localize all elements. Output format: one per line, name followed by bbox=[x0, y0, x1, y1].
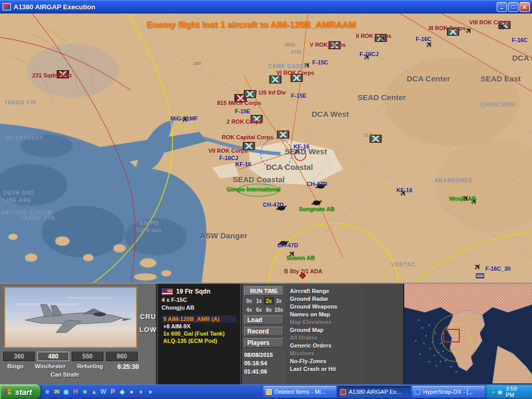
time-compression-2x[interactable]: 2x bbox=[264, 297, 274, 304]
weapon-item[interactable]: 1x 600_Gal (Fuel Tank) bbox=[162, 330, 236, 337]
task-button[interactable]: Deleted Items - Mi... bbox=[263, 386, 336, 397]
minimap[interactable] bbox=[403, 284, 532, 384]
map-label-unit[interactable]: VI ROK Corps bbox=[276, 70, 314, 76]
task-button[interactable]: A1380 AIRGAP Ex... bbox=[338, 386, 410, 397]
quick-launch-icon[interactable]: e bbox=[44, 388, 51, 396]
option-no-fly-zones[interactable]: No-Fly-Zones bbox=[290, 357, 362, 365]
map-label-air[interactable]: F-15E bbox=[235, 108, 250, 114]
quick-launch-icon[interactable]: » bbox=[147, 388, 154, 396]
time-compression-8x[interactable]: 8x bbox=[264, 306, 274, 313]
tray-icon[interactable]: ◉ bbox=[498, 389, 503, 395]
map-area[interactable]: ✈✈✈✈✈✈✈✈✈✈✈✈✈ 231 Sqdn Rest815 Mech Corp… bbox=[0, 14, 532, 283]
time-compression-3x[interactable]: 3x bbox=[274, 297, 284, 304]
option-ground-map[interactable]: Ground Map bbox=[290, 326, 362, 334]
status-refueling[interactable]: Refueling bbox=[77, 363, 103, 369]
maximize-button[interactable] bbox=[508, 2, 518, 12]
quick-launch-icon[interactable]: ♦ bbox=[137, 388, 145, 396]
option-generic-orders[interactable]: Generic Orders bbox=[290, 342, 362, 350]
map-label-geo: VORTAC bbox=[391, 262, 415, 268]
flight-composition: 4 x F-15C bbox=[162, 297, 236, 303]
aircraft-icon[interactable]: ✈ bbox=[472, 262, 483, 273]
map-label-unit[interactable]: VIII ROK Corps bbox=[469, 19, 510, 25]
option-map-elevations[interactable]: Map Elevations bbox=[290, 318, 362, 326]
map-label-air[interactable]: CH-47D bbox=[277, 242, 298, 248]
quick-launch-icon[interactable]: H bbox=[72, 388, 79, 396]
quick-launch-icon[interactable]: W bbox=[100, 388, 108, 396]
map-label-unit[interactable]: 231 Sqdn Rest bbox=[32, 72, 72, 78]
speed-preset[interactable]: 960 bbox=[106, 352, 138, 361]
quick-launch-icon[interactable]: P bbox=[109, 388, 117, 396]
status-winchester[interactable]: Winchester bbox=[35, 363, 65, 369]
can-strafe-label[interactable]: Can Strafe bbox=[31, 371, 99, 378]
map-label-unit[interactable]: II ROK Corps bbox=[356, 33, 391, 39]
alt-mode-cru[interactable]: CRU bbox=[140, 313, 156, 321]
weapon-item[interactable]: ALQ-135 (ECM Pod) bbox=[162, 337, 236, 344]
minimize-button[interactable] bbox=[497, 2, 507, 12]
map-label-base[interactable]: Wonju AB bbox=[449, 195, 476, 202]
start-button[interactable]: start bbox=[0, 384, 41, 399]
map-label-air[interactable]: F-15C bbox=[312, 59, 328, 65]
map-label-unit[interactable]: V ROK Corps bbox=[310, 42, 346, 48]
status-bingo[interactable]: Bingo bbox=[7, 363, 23, 369]
load-button[interactable]: Load bbox=[244, 315, 284, 325]
unit-box-icon[interactable] bbox=[277, 131, 289, 138]
map-label-air[interactable]: F-16C bbox=[416, 36, 432, 42]
map-label-air[interactable]: CH-47D bbox=[307, 181, 327, 187]
speed-preset[interactable]: 360 bbox=[3, 352, 35, 361]
option-all-orders[interactable]: All Orders bbox=[290, 334, 362, 342]
alt-mode-low[interactable]: LOW bbox=[139, 326, 156, 334]
unit-box-icon[interactable] bbox=[370, 135, 381, 142]
option-ground-weapons[interactable]: Ground Weapons bbox=[290, 303, 362, 311]
map-label-air[interactable]: KF-16 bbox=[235, 161, 251, 167]
option-aircraft-range[interactable]: Aircraft Range bbox=[290, 287, 362, 295]
time-compression-6x[interactable]: 6x bbox=[254, 306, 264, 313]
time-compression-10x[interactable]: 10x bbox=[274, 306, 284, 313]
quick-launch-icon[interactable]: ● bbox=[128, 388, 136, 396]
window-titlebar[interactable]: A1380 AIRGAP Execution bbox=[0, 0, 532, 14]
squadron-name: 19 Ftr Sqdn bbox=[176, 288, 210, 295]
option-names-on-map[interactable]: Names on Map bbox=[290, 311, 362, 318]
option-ground-radar[interactable]: Ground Radar bbox=[290, 295, 362, 303]
map-label-air[interactable]: MiG-21MF bbox=[170, 115, 198, 122]
quick-launch-icon[interactable]: ✉ bbox=[53, 388, 61, 396]
aircraft-3d-view[interactable] bbox=[4, 287, 137, 348]
close-button[interactable] bbox=[520, 2, 530, 12]
speed-preset[interactable]: 480 bbox=[37, 352, 69, 361]
map-label-unit[interactable]: VII ROK Corps bbox=[208, 148, 248, 154]
map-label-air[interactable]: F-16CJ bbox=[219, 155, 238, 161]
time-compression-4x[interactable]: 4x bbox=[244, 306, 254, 313]
map-label-air[interactable]: F-16CJ bbox=[360, 51, 379, 57]
tray-icon[interactable]: ● bbox=[491, 389, 495, 395]
task-button[interactable]: HyperSnap-DX - [... bbox=[412, 386, 485, 397]
map-label-air[interactable]: F-16C bbox=[512, 37, 528, 43]
quick-launch-icon[interactable]: ▲ bbox=[90, 388, 98, 396]
map-label-unit[interactable]: 815 Mech Corps bbox=[217, 100, 261, 106]
speed-preset[interactable]: 550 bbox=[72, 352, 103, 361]
helicopter-icon[interactable] bbox=[313, 201, 321, 205]
quick-launch-icon[interactable]: ■ bbox=[81, 388, 89, 396]
time-compression-0x[interactable]: 0x bbox=[244, 297, 254, 304]
quick-launch-icon[interactable]: ◉ bbox=[62, 388, 70, 396]
map-label-unit[interactable]: 2 ROK Corps bbox=[227, 118, 262, 125]
option-missions[interactable]: Missions bbox=[290, 350, 362, 357]
unit-box-icon[interactable] bbox=[270, 76, 281, 83]
map-label-base[interactable]: Suwon AB bbox=[286, 255, 315, 261]
weapon-item[interactable]: +8 AIM-9X bbox=[162, 323, 236, 330]
weapon-item[interactable]: 9 AIM-120B_AMR (A) bbox=[162, 315, 236, 323]
map-label-base[interactable]: Songnam AB bbox=[299, 206, 335, 212]
north-korea-flag-icon[interactable] bbox=[476, 273, 484, 278]
option-last-crash-or-hit[interactable]: Last Crash or Hit bbox=[290, 365, 362, 373]
map-label-unit[interactable]: 2 US Inf Div bbox=[254, 89, 286, 96]
map-label-unit[interactable]: ROK Capital Corps bbox=[222, 134, 273, 140]
map-label-air[interactable]: CH-47D bbox=[263, 202, 284, 208]
time-compression-1x[interactable]: 1x bbox=[254, 297, 264, 304]
players-button[interactable]: Players bbox=[244, 338, 284, 348]
quick-launch-icon[interactable]: ◆ bbox=[118, 388, 126, 396]
map-label-base[interactable]: Gimpo International bbox=[227, 186, 281, 192]
map-label-air[interactable]: F-16C_30 bbox=[485, 265, 511, 272]
map-label-unit[interactable]: B Bty 2/1 ADA bbox=[284, 268, 323, 274]
map-label-air[interactable]: KF-16 bbox=[396, 187, 413, 193]
map-label-air[interactable]: F-15E bbox=[291, 92, 307, 99]
record-button[interactable]: Record bbox=[244, 327, 284, 336]
map-label-unit[interactable]: III ROK Corps bbox=[429, 25, 466, 31]
